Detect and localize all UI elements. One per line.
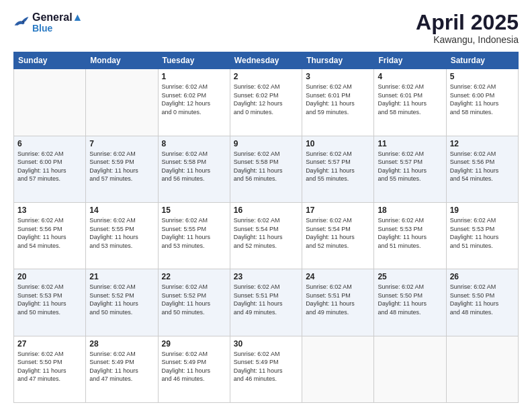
calendar: SundayMondayTuesdayWednesdayThursdayFrid… bbox=[13, 52, 519, 403]
day-info: Sunrise: 6:02 AM Sunset: 5:51 PM Dayligh… bbox=[306, 283, 370, 316]
day-info: Sunrise: 6:02 AM Sunset: 6:00 PM Dayligh… bbox=[17, 150, 82, 183]
day-info: Sunrise: 6:02 AM Sunset: 5:56 PM Dayligh… bbox=[17, 216, 82, 250]
table-cell bbox=[446, 336, 518, 402]
day-info: Sunrise: 6:02 AM Sunset: 6:02 PM Dayligh… bbox=[234, 83, 298, 116]
day-info: Sunrise: 6:02 AM Sunset: 5:49 PM Dayligh… bbox=[234, 350, 298, 383]
day-number: 29 bbox=[162, 339, 226, 349]
day-number: 22 bbox=[162, 272, 226, 281]
table-cell: 4Sunrise: 6:02 AM Sunset: 6:01 PM Daylig… bbox=[374, 69, 446, 136]
location: Kawangu, Indonesia bbox=[416, 34, 519, 45]
logo: General▲ Blue bbox=[13, 11, 83, 34]
weekday-thursday: Thursday bbox=[302, 52, 374, 69]
day-number: 26 bbox=[450, 272, 515, 281]
day-number: 12 bbox=[450, 139, 515, 148]
day-info: Sunrise: 6:02 AM Sunset: 5:53 PM Dayligh… bbox=[378, 216, 442, 250]
day-info: Sunrise: 6:02 AM Sunset: 5:49 PM Dayligh… bbox=[162, 350, 226, 383]
week-row-5: 27Sunrise: 6:02 AM Sunset: 5:50 PM Dayli… bbox=[14, 336, 519, 402]
table-cell: 12Sunrise: 6:02 AM Sunset: 5:56 PM Dayli… bbox=[446, 136, 518, 202]
day-number: 2 bbox=[234, 72, 298, 81]
weekday-friday: Friday bbox=[374, 52, 446, 69]
day-number: 11 bbox=[378, 139, 442, 148]
day-number: 17 bbox=[306, 205, 370, 215]
day-info: Sunrise: 6:02 AM Sunset: 5:53 PM Dayligh… bbox=[17, 283, 82, 316]
table-cell: 2Sunrise: 6:02 AM Sunset: 6:02 PM Daylig… bbox=[230, 69, 302, 136]
day-number: 9 bbox=[234, 139, 298, 148]
day-number: 10 bbox=[306, 139, 370, 148]
table-cell: 5Sunrise: 6:02 AM Sunset: 6:00 PM Daylig… bbox=[446, 69, 518, 136]
day-number: 14 bbox=[89, 205, 154, 215]
day-number: 24 bbox=[306, 272, 370, 281]
day-number: 16 bbox=[234, 205, 298, 215]
table-cell: 9Sunrise: 6:02 AM Sunset: 5:58 PM Daylig… bbox=[230, 136, 302, 202]
day-number: 27 bbox=[17, 339, 82, 349]
day-info: Sunrise: 6:02 AM Sunset: 5:54 PM Dayligh… bbox=[234, 216, 298, 250]
table-cell: 18Sunrise: 6:02 AM Sunset: 5:53 PM Dayli… bbox=[374, 202, 446, 269]
day-info: Sunrise: 6:02 AM Sunset: 5:57 PM Dayligh… bbox=[306, 150, 370, 183]
day-info: Sunrise: 6:02 AM Sunset: 6:02 PM Dayligh… bbox=[162, 83, 226, 116]
day-number: 20 bbox=[17, 272, 82, 281]
table-cell: 25Sunrise: 6:02 AM Sunset: 5:50 PM Dayli… bbox=[374, 269, 446, 336]
logo-text: General▲ Blue bbox=[32, 11, 83, 34]
week-row-2: 6Sunrise: 6:02 AM Sunset: 6:00 PM Daylig… bbox=[14, 136, 519, 202]
table-cell: 6Sunrise: 6:02 AM Sunset: 6:00 PM Daylig… bbox=[14, 136, 86, 202]
day-info: Sunrise: 6:02 AM Sunset: 5:54 PM Dayligh… bbox=[306, 216, 370, 250]
table-cell bbox=[374, 336, 446, 402]
day-number: 8 bbox=[162, 139, 226, 148]
table-cell: 16Sunrise: 6:02 AM Sunset: 5:54 PM Dayli… bbox=[230, 202, 302, 269]
day-number: 28 bbox=[89, 339, 154, 349]
day-info: Sunrise: 6:02 AM Sunset: 5:56 PM Dayligh… bbox=[450, 150, 515, 183]
day-info: Sunrise: 6:02 AM Sunset: 5:52 PM Dayligh… bbox=[89, 283, 154, 316]
week-row-1: 1Sunrise: 6:02 AM Sunset: 6:02 PM Daylig… bbox=[14, 69, 519, 136]
logo-icon bbox=[13, 15, 30, 29]
table-cell bbox=[14, 69, 86, 136]
day-number: 15 bbox=[162, 205, 226, 215]
day-info: Sunrise: 6:02 AM Sunset: 6:01 PM Dayligh… bbox=[378, 83, 442, 116]
table-cell: 3Sunrise: 6:02 AM Sunset: 6:01 PM Daylig… bbox=[302, 69, 374, 136]
table-cell: 21Sunrise: 6:02 AM Sunset: 5:52 PM Dayli… bbox=[86, 269, 158, 336]
table-cell: 13Sunrise: 6:02 AM Sunset: 5:56 PM Dayli… bbox=[14, 202, 86, 269]
day-info: Sunrise: 6:02 AM Sunset: 5:55 PM Dayligh… bbox=[89, 216, 154, 250]
day-number: 21 bbox=[89, 272, 154, 281]
day-number: 7 bbox=[89, 139, 154, 148]
day-info: Sunrise: 6:02 AM Sunset: 5:50 PM Dayligh… bbox=[450, 283, 515, 316]
day-info: Sunrise: 6:02 AM Sunset: 5:51 PM Dayligh… bbox=[234, 283, 298, 316]
weekday-header-row: SundayMondayTuesdayWednesdayThursdayFrid… bbox=[14, 52, 519, 69]
day-number: 25 bbox=[378, 272, 442, 281]
day-info: Sunrise: 6:02 AM Sunset: 5:50 PM Dayligh… bbox=[17, 350, 82, 383]
day-number: 6 bbox=[17, 139, 82, 148]
day-info: Sunrise: 6:02 AM Sunset: 5:58 PM Dayligh… bbox=[162, 150, 226, 183]
table-cell: 7Sunrise: 6:02 AM Sunset: 5:59 PM Daylig… bbox=[86, 136, 158, 202]
week-row-4: 20Sunrise: 6:02 AM Sunset: 5:53 PM Dayli… bbox=[14, 269, 519, 336]
day-number: 30 bbox=[234, 339, 298, 349]
table-cell bbox=[302, 336, 374, 402]
table-cell bbox=[86, 69, 158, 136]
table-cell: 19Sunrise: 6:02 AM Sunset: 5:53 PM Dayli… bbox=[446, 202, 518, 269]
weekday-tuesday: Tuesday bbox=[158, 52, 230, 69]
page: General▲ Blue April 2025 Kawangu, Indone… bbox=[0, 0, 532, 411]
day-info: Sunrise: 6:02 AM Sunset: 5:55 PM Dayligh… bbox=[162, 216, 226, 250]
table-cell: 11Sunrise: 6:02 AM Sunset: 5:57 PM Dayli… bbox=[374, 136, 446, 202]
day-info: Sunrise: 6:02 AM Sunset: 5:58 PM Dayligh… bbox=[234, 150, 298, 183]
day-info: Sunrise: 6:02 AM Sunset: 5:49 PM Dayligh… bbox=[89, 350, 154, 383]
day-number: 19 bbox=[450, 205, 515, 215]
table-cell: 26Sunrise: 6:02 AM Sunset: 5:50 PM Dayli… bbox=[446, 269, 518, 336]
day-number: 13 bbox=[17, 205, 82, 215]
day-info: Sunrise: 6:02 AM Sunset: 6:00 PM Dayligh… bbox=[450, 83, 515, 116]
day-info: Sunrise: 6:02 AM Sunset: 6:01 PM Dayligh… bbox=[306, 83, 370, 116]
day-info: Sunrise: 6:02 AM Sunset: 5:57 PM Dayligh… bbox=[378, 150, 442, 183]
month-title: April 2025 bbox=[416, 11, 519, 34]
weekday-monday: Monday bbox=[86, 52, 158, 69]
day-number: 3 bbox=[306, 72, 370, 81]
table-cell: 14Sunrise: 6:02 AM Sunset: 5:55 PM Dayli… bbox=[86, 202, 158, 269]
day-info: Sunrise: 6:02 AM Sunset: 5:53 PM Dayligh… bbox=[450, 216, 515, 250]
table-cell: 24Sunrise: 6:02 AM Sunset: 5:51 PM Dayli… bbox=[302, 269, 374, 336]
table-cell: 8Sunrise: 6:02 AM Sunset: 5:58 PM Daylig… bbox=[158, 136, 230, 202]
week-row-3: 13Sunrise: 6:02 AM Sunset: 5:56 PM Dayli… bbox=[14, 202, 519, 269]
title-block: April 2025 Kawangu, Indonesia bbox=[416, 11, 519, 45]
day-number: 18 bbox=[378, 205, 442, 215]
table-cell: 17Sunrise: 6:02 AM Sunset: 5:54 PM Dayli… bbox=[302, 202, 374, 269]
table-cell: 27Sunrise: 6:02 AM Sunset: 5:50 PM Dayli… bbox=[14, 336, 86, 402]
table-cell: 23Sunrise: 6:02 AM Sunset: 5:51 PM Dayli… bbox=[230, 269, 302, 336]
day-number: 23 bbox=[234, 272, 298, 281]
table-cell: 29Sunrise: 6:02 AM Sunset: 5:49 PM Dayli… bbox=[158, 336, 230, 402]
